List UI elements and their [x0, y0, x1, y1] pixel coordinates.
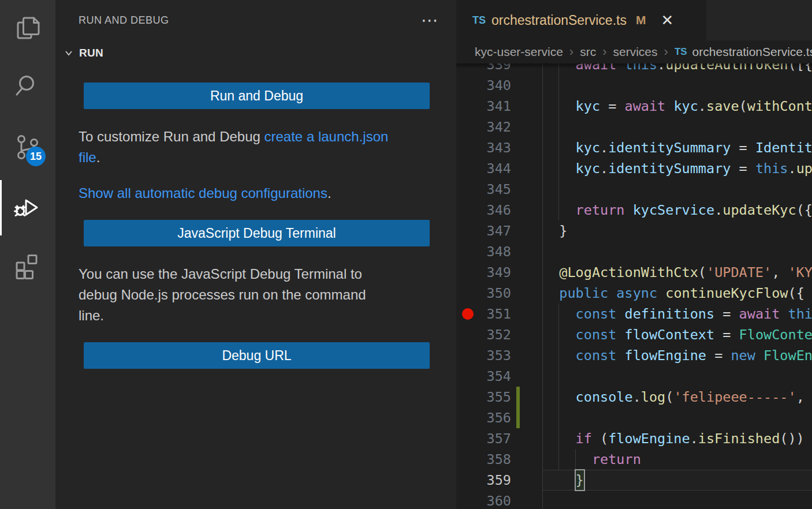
- code-token: kyc: [673, 98, 698, 114]
- tab-orchestration-service[interactable]: TS orchestrationService.ts M ✕: [456, 0, 706, 40]
- code-token: if: [576, 431, 592, 447]
- code-token: [543, 202, 576, 218]
- code-line-355[interactable]: console.log('felipeee-----', flowEngine: [543, 387, 812, 407]
- code-line-353[interactable]: const flowEngine = new FlowEngine(: [543, 345, 812, 366]
- line-number[interactable]: 358: [456, 449, 511, 470]
- line-number[interactable]: 351: [456, 304, 511, 324]
- code-token: [543, 389, 576, 405]
- code-line-344[interactable]: kyc.identitySummary = this.updateIdentit…: [543, 158, 812, 179]
- code-token: [543, 327, 576, 343]
- code-token: (: [698, 264, 706, 280]
- code-editor[interactable]: 3393403413423433443453463473483493503513…: [456, 63, 812, 509]
- code-token: [543, 431, 576, 447]
- bracket-match-box: [575, 469, 585, 491]
- code-token: [543, 306, 576, 322]
- code-line-358[interactable]: return: [543, 449, 641, 470]
- code-token: ({: [796, 202, 812, 218]
- line-number[interactable]: 348: [456, 241, 511, 262]
- code-token: ,: [772, 264, 788, 280]
- code-token: withContext: [747, 98, 812, 114]
- code-token: [543, 451, 592, 467]
- breadcrumb-item[interactable]: services: [613, 45, 658, 59]
- scroll-shadow: [456, 63, 812, 69]
- line-number[interactable]: 342: [456, 117, 511, 137]
- code-token: =: [706, 347, 731, 364]
- code-token: const: [576, 327, 617, 343]
- code-token: kyc: [576, 98, 600, 114]
- line-number[interactable]: 347: [456, 220, 511, 241]
- breadcrumb-separator: ›: [664, 44, 668, 59]
- line-number[interactable]: 355: [456, 387, 511, 407]
- line-number[interactable]: 343: [456, 137, 511, 158]
- line-number[interactable]: 345: [456, 179, 511, 200]
- line-number[interactable]: 360: [456, 491, 511, 509]
- code-token: ()) {: [780, 431, 812, 447]
- activity-item-run-and-debug[interactable]: [0, 180, 55, 235]
- code-line-350[interactable]: public async continueKycFlow({: [543, 283, 804, 304]
- code-token: kyc: [576, 160, 600, 177]
- section-header-run[interactable]: RUN: [55, 40, 456, 66]
- code-token: @LogActionWithCtx: [559, 264, 698, 280]
- code-token: .: [788, 160, 796, 177]
- code-token: .: [698, 98, 706, 114]
- code-line-346[interactable]: return kycService.updateKyc({: [543, 200, 812, 220]
- run-and-debug-icon: [14, 194, 42, 222]
- activity-item-extensions[interactable]: [0, 239, 55, 294]
- code-token: }: [543, 223, 567, 239]
- extensions-icon: [14, 253, 42, 280]
- text: .: [96, 149, 100, 165]
- line-number[interactable]: 356: [456, 407, 511, 428]
- code-line-357[interactable]: if (flowEngine.isFinished()) {: [543, 428, 812, 449]
- code-line-351[interactable]: const definitions = await this.: [543, 304, 812, 324]
- run-and-debug-panel: RUN AND DEBUG ⋯ RUN Run and Debug To cus…: [55, 0, 456, 509]
- code-token: FlowContext: [739, 327, 812, 343]
- code-token: 'KYC': [788, 264, 812, 280]
- line-number[interactable]: 346: [456, 200, 511, 220]
- text: You can use the JavaScript Debug Termina…: [79, 266, 362, 282]
- line-number[interactable]: 357: [456, 428, 511, 449]
- code-token: =: [731, 140, 755, 156]
- activity-bar: 15: [0, 0, 55, 509]
- activity-item-explorer[interactable]: [0, 0, 55, 55]
- line-number[interactable]: 341: [456, 96, 511, 117]
- create-launch-json-link[interactable]: file: [79, 149, 96, 165]
- code-token: [543, 140, 576, 156]
- code-line-349[interactable]: @LogActionWithCtx('UPDATE', 'KYC'): [543, 262, 812, 283]
- code-line-343[interactable]: kyc.identitySummary = IdentitySummary: [543, 137, 812, 158]
- code-token: kyc: [576, 140, 600, 156]
- line-number[interactable]: 352: [456, 324, 511, 345]
- breadcrumb-item[interactable]: src: [580, 45, 596, 59]
- terminal-hint-text: You can use the JavaScript Debug Termina…: [79, 264, 448, 326]
- run-and-debug-button[interactable]: Run and Debug: [84, 83, 430, 109]
- code-token: .: [600, 160, 608, 177]
- create-launch-json-link[interactable]: create a launch.json: [265, 129, 389, 144]
- code-token: .: [633, 389, 641, 405]
- panel-header: RUN AND DEBUG ⋯: [55, 0, 456, 40]
- breadcrumb-file[interactable]: orchestrationService.ts: [692, 45, 812, 59]
- line-number[interactable]: 350: [456, 283, 511, 304]
- js-debug-terminal-button[interactable]: JavaScript Debug Terminal: [84, 220, 430, 246]
- line-number[interactable]: 354: [456, 366, 511, 387]
- line-number[interactable]: 359: [456, 470, 511, 491]
- show-all-configs-link[interactable]: Show all automatic debug configurations: [79, 185, 327, 201]
- debug-url-button[interactable]: Debug URL: [84, 342, 430, 369]
- close-icon[interactable]: ✕: [661, 13, 673, 28]
- active-item-indicator: [0, 180, 2, 235]
- code-token: definitions: [625, 306, 715, 322]
- code-token: [624, 202, 632, 218]
- source-control-badge: 15: [26, 147, 46, 166]
- activity-item-search[interactable]: [0, 59, 55, 114]
- code-line-347[interactable]: }: [543, 220, 567, 241]
- more-actions-icon[interactable]: ⋯: [421, 12, 439, 29]
- line-number[interactable]: 340: [456, 75, 511, 96]
- activity-item-source-control[interactable]: 15: [0, 119, 55, 175]
- line-number[interactable]: 349: [456, 262, 511, 283]
- code-token: save: [706, 98, 739, 114]
- line-number[interactable]: 353: [456, 345, 511, 366]
- code-line-341[interactable]: kyc = await kyc.save(withContext(: [543, 96, 812, 117]
- code-token: this: [755, 160, 788, 177]
- code-line-352[interactable]: const flowContext = FlowContext.: [543, 324, 812, 345]
- code-token: [608, 285, 616, 301]
- line-number[interactable]: 344: [456, 158, 511, 179]
- breadcrumb-item[interactable]: kyc-user-service: [475, 45, 563, 59]
